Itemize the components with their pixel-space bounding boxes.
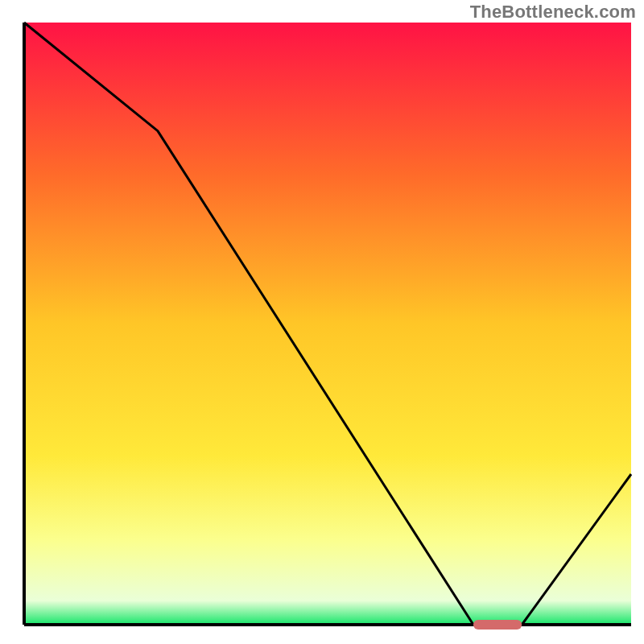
bottleneck-chart (0, 0, 644, 644)
chart-container: TheBottleneck.com (0, 0, 644, 644)
optimal-marker (473, 620, 522, 630)
watermark-text: TheBottleneck.com (470, 2, 636, 23)
plot-background (24, 23, 631, 625)
